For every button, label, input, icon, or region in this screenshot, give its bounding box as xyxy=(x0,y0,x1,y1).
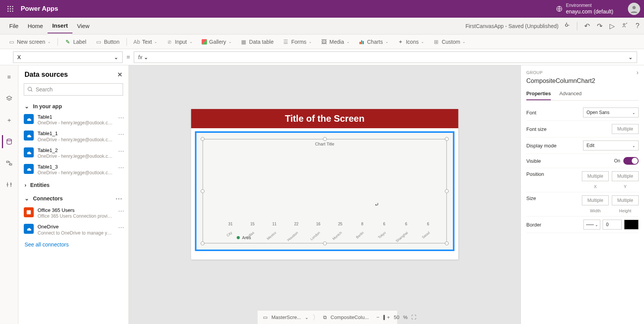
size-height-input[interactable] xyxy=(612,195,639,205)
input-button[interactable]: ⎚Input⌄ xyxy=(163,37,196,46)
media-button[interactable]: 🖼Media⌄ xyxy=(317,37,353,46)
breadcrumb-component[interactable]: CompositeColu... xyxy=(330,314,369,320)
border-label: Border xyxy=(526,222,541,228)
component-icon: ⧉ xyxy=(323,314,327,321)
zoom-out-button[interactable]: − xyxy=(376,314,380,320)
zoom-in-button[interactable]: + xyxy=(387,314,390,320)
app-launcher-icon[interactable] xyxy=(4,2,17,15)
gallery-button[interactable]: Gallery⌄ xyxy=(198,37,235,46)
formula-input[interactable]: fx⌄⌄ xyxy=(134,51,637,63)
close-icon[interactable]: ✕ xyxy=(117,71,122,78)
menu-home[interactable]: Home xyxy=(23,19,48,33)
position-label: Position xyxy=(526,171,544,177)
add-icon[interactable]: ＋ xyxy=(3,114,16,127)
border-style-select[interactable]: ⌄ xyxy=(583,220,600,230)
app-checker-icon[interactable] xyxy=(563,21,570,30)
more-icon[interactable]: ⋯ xyxy=(118,131,124,138)
menu-view[interactable]: View xyxy=(72,19,94,33)
tree-view-icon[interactable]: ≡ xyxy=(3,71,16,84)
more-icon[interactable]: ⋯ xyxy=(118,224,124,231)
environment-selector[interactable]: Environment enayu.com (default) xyxy=(556,3,613,15)
position-x-input[interactable] xyxy=(582,171,609,181)
svg-point-11 xyxy=(565,24,568,26)
new-screen-button[interactable]: ▭New screen⌄ xyxy=(5,37,54,46)
section-entities[interactable]: › Entities xyxy=(18,178,128,190)
data-sources-icon[interactable] xyxy=(2,135,15,148)
custom-button[interactable]: ⊞Custom⌄ xyxy=(429,37,469,46)
border-width-input[interactable] xyxy=(603,220,622,230)
chevron-right-icon[interactable]: › xyxy=(636,69,639,76)
resize-handle[interactable] xyxy=(323,137,327,141)
visible-toggle[interactable] xyxy=(623,157,639,165)
more-icon[interactable]: ⋯ xyxy=(115,194,122,203)
data-source-item[interactable]: Table1_3OneDrive - henry.legge@outlook.c… xyxy=(18,162,128,178)
data-source-item[interactable]: Table1OneDrive - henry.legge@outlook.com… xyxy=(18,112,128,128)
resize-handle[interactable] xyxy=(323,241,327,245)
menu-insert[interactable]: Insert xyxy=(48,18,72,33)
chart-bar: 15 Dallas xyxy=(242,222,263,228)
data-source-sub: OneDrive - henry.legge@outlook.com xyxy=(38,170,114,176)
data-source-item[interactable]: Table1_2OneDrive - henry.legge@outlook.c… xyxy=(18,145,128,162)
icons-button[interactable]: ✦Icons⌄ xyxy=(394,37,428,46)
section-connectors[interactable]: ⌄ Connectors ⋯ xyxy=(18,190,128,205)
fit-screen-icon[interactable]: ⛶ xyxy=(411,314,416,320)
help-icon[interactable]: ? xyxy=(636,22,639,30)
more-icon[interactable]: ⋯ xyxy=(118,164,124,171)
connector-item[interactable]: Office 365 UsersOffice 365 Users Connect… xyxy=(18,205,128,222)
chevron-down-icon[interactable]: ⌄ xyxy=(305,315,309,320)
svg-rect-17 xyxy=(7,161,8,163)
button-button[interactable]: ▭Button xyxy=(92,37,123,46)
resize-handle[interactable] xyxy=(445,241,449,245)
size-width-input[interactable] xyxy=(582,195,609,205)
chart-bar: 22 Houston xyxy=(286,222,307,228)
share-icon[interactable] xyxy=(622,21,629,30)
resize-handle[interactable] xyxy=(201,137,205,141)
onedrive-icon xyxy=(24,164,34,174)
chart-control[interactable]: Chart Title 31 City 15 Dallas 11 Mexico … xyxy=(195,131,455,251)
text-button[interactable]: AbText⌄ xyxy=(130,37,161,46)
svg-point-3 xyxy=(8,8,9,10)
layers-icon[interactable] xyxy=(3,92,16,105)
label-button[interactable]: ✎Label xyxy=(61,37,90,46)
menu-file[interactable]: File xyxy=(5,19,23,33)
tab-properties[interactable]: Properties xyxy=(526,88,551,100)
chart-legend: Area xyxy=(237,235,251,240)
chart-bar: 16 London xyxy=(308,222,329,228)
chart-bar: 6 Tokyo xyxy=(374,222,395,228)
tab-advanced[interactable]: Advanced xyxy=(559,88,582,100)
connector-item[interactable]: OneDriveConnect to OneDrive to manage yo… xyxy=(18,222,128,238)
border-color-picker[interactable] xyxy=(624,220,639,230)
data-source-item[interactable]: Table1_1OneDrive - henry.legge@outlook.c… xyxy=(18,128,128,145)
user-avatar[interactable] xyxy=(628,3,640,15)
svg-point-0 xyxy=(8,6,9,7)
selected-control-name: CompositeColumnChart2 xyxy=(526,78,639,84)
svg-point-19 xyxy=(28,87,31,91)
data-source-sub: OneDrive - henry.legge@outlook.com xyxy=(38,154,114,159)
display-mode-select[interactable]: Edit⌄ xyxy=(583,141,639,150)
chart-bar: 11 Mexico xyxy=(264,222,285,228)
section-in-your-app[interactable]: ⌄ In your app xyxy=(18,99,128,112)
resize-handle[interactable] xyxy=(445,137,449,141)
breadcrumb-screen[interactable]: MasterScre... xyxy=(271,314,301,320)
settings-icon[interactable] xyxy=(3,178,16,191)
more-icon[interactable]: ⋯ xyxy=(118,207,124,215)
resize-handle[interactable] xyxy=(201,189,205,193)
resize-handle[interactable] xyxy=(445,189,449,193)
connected-icon[interactable] xyxy=(3,157,16,170)
more-icon[interactable]: ⋯ xyxy=(118,147,124,155)
search-input[interactable]: Search xyxy=(24,83,123,96)
position-y-input[interactable] xyxy=(612,171,639,181)
forms-button[interactable]: ☰Forms⌄ xyxy=(279,37,316,46)
undo-icon[interactable]: ↶ xyxy=(584,22,590,30)
resize-handle[interactable] xyxy=(201,241,205,245)
see-all-connectors-link[interactable]: See all connectors xyxy=(18,238,128,251)
charts-button[interactable]: Charts⌄ xyxy=(355,37,392,46)
canvas-stage[interactable]: Title of the Screen Chart Title 31 City … xyxy=(191,109,458,260)
property-selector[interactable]: X⌄ xyxy=(13,51,123,63)
redo-icon[interactable]: ↷ xyxy=(597,22,603,30)
play-icon[interactable]: ▷ xyxy=(610,22,615,30)
data-table-button[interactable]: ▦Data table xyxy=(237,37,278,46)
font-size-input[interactable] xyxy=(612,124,639,134)
more-icon[interactable]: ⋯ xyxy=(118,114,124,121)
font-select[interactable]: Open Sans⌄ xyxy=(583,107,639,117)
